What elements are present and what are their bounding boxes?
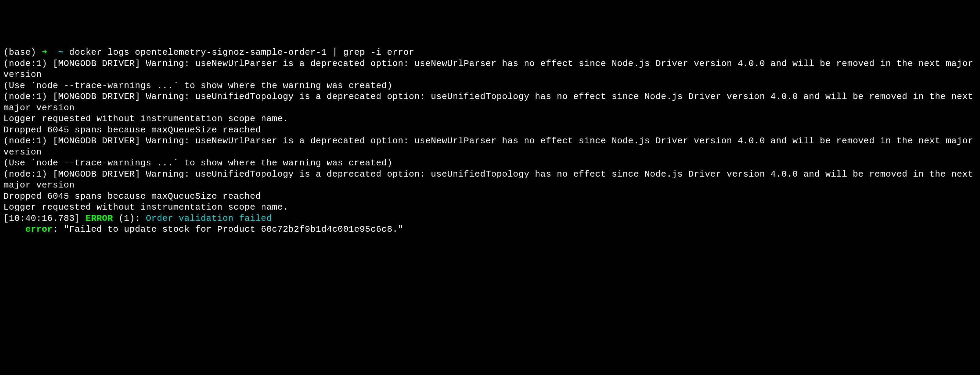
log-line: (node:1) [MONGODB DRIVER] Warning: useUn… (3, 169, 978, 191)
log-level-error: ERROR (86, 213, 113, 224)
log-line: Logger requested without instrumentation… (3, 114, 288, 124)
log-line: (Use `node --trace-warnings ...` to show… (3, 158, 392, 168)
error-message: Order validation failed (146, 213, 272, 224)
log-line: (node:1) [MONGODB DRIVER] Warning: useNe… (3, 59, 978, 80)
log-line: (node:1) [MONGODB DRIVER] Warning: useUn… (3, 92, 978, 113)
command-text: docker logs opentelemetry-signoz-sample-… (69, 47, 414, 57)
terminal-output[interactable]: (base) ➜ ~ docker logs opentelemetry-sig… (3, 47, 977, 235)
error-log-line: [10:40:16.783] ERROR (1): Order validati… (3, 213, 272, 224)
log-line: (node:1) [MONGODB DRIVER] Warning: useNe… (3, 136, 978, 157)
error-value: "Failed to update stock for Product 60c7… (64, 224, 403, 234)
prompt-tilde: ~ (58, 47, 64, 57)
prompt-env: (base) (3, 47, 37, 57)
log-line: Dropped 6045 spans because maxQueueSize … (3, 125, 261, 135)
log-timestamp: [10:40:16.783] (3, 213, 80, 224)
error-colon: : (53, 224, 64, 234)
error-detail-line: error: "Failed to update stock for Produ… (3, 224, 404, 234)
indent (3, 224, 25, 234)
log-line: (Use `node --trace-warnings ...` to show… (3, 81, 392, 91)
prompt-arrow-icon: ➜ (42, 47, 47, 57)
error-key: error (25, 224, 53, 234)
log-line: Logger requested without instrumentation… (3, 202, 288, 212)
log-line: Dropped 6045 spans because maxQueueSize … (3, 191, 261, 202)
prompt-line: (base) ➜ ~ docker logs opentelemetry-sig… (3, 47, 414, 57)
log-pid: (1): (118, 213, 140, 224)
